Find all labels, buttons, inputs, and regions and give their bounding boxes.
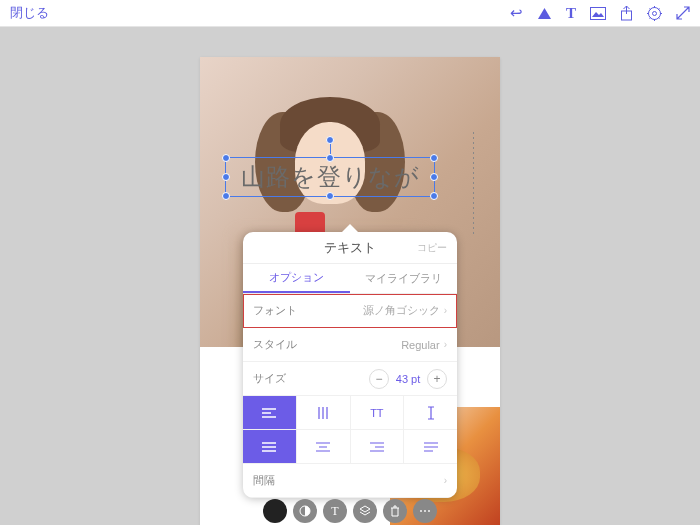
align-right-button[interactable] [351, 430, 405, 463]
chevron-right-icon: › [444, 475, 447, 486]
divider-line [473, 132, 474, 237]
fullscreen-icon[interactable] [676, 6, 690, 20]
image-icon[interactable] [590, 7, 606, 20]
panel-arrow [342, 224, 358, 232]
close-button[interactable]: 閉じる [10, 4, 49, 22]
tab-options[interactable]: オプション [243, 264, 350, 293]
shape-icon[interactable] [537, 7, 552, 20]
align-justify-button[interactable] [243, 430, 297, 463]
text-content[interactable]: 山路を登りなが [241, 161, 420, 193]
uppercase-button[interactable]: TT [351, 396, 405, 429]
canvas-area: 山路を登りなが テキスト コピー オプション マイライブラリ フォント 源ノ角ゴ… [0, 27, 700, 525]
style-row[interactable]: スタイル Regular› [243, 328, 457, 362]
text-cursor-button[interactable] [404, 396, 457, 429]
rotate-handle[interactable] [326, 136, 334, 144]
text-panel: テキスト コピー オプション マイライブラリ フォント 源ノ角ゴシック› スタイ… [243, 232, 457, 498]
align-left-button[interactable] [243, 396, 297, 429]
text-tool-button[interactable]: T [323, 499, 347, 523]
delete-button[interactable] [383, 499, 407, 523]
svg-point-3 [653, 11, 657, 15]
spacing-row[interactable]: 間隔 › [243, 464, 457, 498]
color-button[interactable] [263, 499, 287, 523]
size-label: サイズ [253, 371, 286, 386]
font-label: フォント [253, 303, 297, 318]
size-increase-button[interactable]: + [427, 369, 447, 389]
vertical-text-button[interactable] [297, 396, 351, 429]
share-icon[interactable] [620, 6, 633, 21]
spacing-label: 間隔 [253, 473, 275, 488]
more-button[interactable]: ⋯ [413, 499, 437, 523]
resize-handle[interactable] [430, 154, 438, 162]
align-center-button[interactable] [297, 430, 351, 463]
svg-rect-0 [591, 7, 606, 19]
align-full-button[interactable] [404, 430, 457, 463]
resize-handle[interactable] [222, 192, 230, 200]
resize-handle[interactable] [326, 192, 334, 200]
chevron-right-icon: › [444, 339, 447, 350]
font-value: 源ノ角ゴシック [363, 303, 440, 318]
object-toolbar: T ⋯ [263, 499, 437, 523]
text-icon[interactable]: T [566, 5, 576, 22]
resize-handle[interactable] [222, 173, 230, 181]
size-decrease-button[interactable]: − [369, 369, 389, 389]
size-row: サイズ − 43 pt + [243, 362, 457, 396]
resize-handle[interactable] [222, 154, 230, 162]
font-row[interactable]: フォント 源ノ角ゴシック› [243, 294, 457, 328]
toolbar-right: ↩ T [510, 4, 690, 22]
page[interactable]: 山路を登りなが テキスト コピー オプション マイライブラリ フォント 源ノ角ゴ… [200, 57, 500, 525]
layers-button[interactable] [353, 499, 377, 523]
style-value: Regular [401, 339, 440, 351]
opacity-button[interactable] [293, 499, 317, 523]
copy-button[interactable]: コピー [417, 241, 447, 255]
text-selection-box[interactable]: 山路を登りなが [225, 157, 435, 197]
style-label: スタイル [253, 337, 297, 352]
tab-library[interactable]: マイライブラリ [350, 264, 457, 293]
undo-icon[interactable]: ↩ [510, 4, 523, 22]
settings-icon[interactable] [647, 6, 662, 21]
size-value: 43 pt [393, 373, 423, 385]
align-row-2 [243, 430, 457, 464]
panel-header: テキスト コピー [243, 232, 457, 264]
resize-handle[interactable] [326, 154, 334, 162]
resize-handle[interactable] [430, 192, 438, 200]
chevron-right-icon: › [444, 305, 447, 316]
resize-handle[interactable] [430, 173, 438, 181]
topbar: 閉じる ↩ T [0, 0, 700, 27]
align-row-1: TT [243, 396, 457, 430]
panel-tabs: オプション マイライブラリ [243, 264, 457, 294]
